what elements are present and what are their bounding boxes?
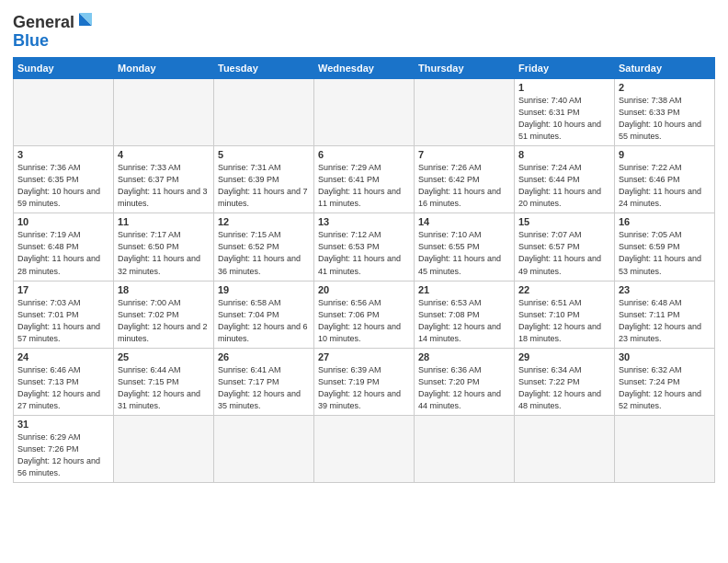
- day-info: Sunrise: 7:22 AM Sunset: 6:46 PM Dayligh…: [619, 162, 711, 210]
- day-info: Sunrise: 7:12 AM Sunset: 6:53 PM Dayligh…: [318, 229, 410, 277]
- day-info: Sunrise: 7:17 AM Sunset: 6:50 PM Dayligh…: [118, 229, 210, 277]
- calendar-cell: 28Sunrise: 6:36 AM Sunset: 7:20 PM Dayli…: [415, 348, 515, 415]
- day-number: 12: [218, 216, 310, 227]
- calendar-cell: [114, 415, 214, 482]
- day-number: 13: [318, 216, 410, 227]
- calendar-cell: 12Sunrise: 7:15 AM Sunset: 6:52 PM Dayli…: [214, 213, 314, 281]
- calendar-cell: 27Sunrise: 6:39 AM Sunset: 7:19 PM Dayli…: [314, 348, 415, 415]
- day-number: 7: [418, 149, 510, 160]
- calendar-table: SundayMondayTuesdayWednesdayThursdayFrid…: [13, 57, 715, 483]
- calendar-cell: 31Sunrise: 6:29 AM Sunset: 7:26 PM Dayli…: [14, 415, 114, 482]
- day-number: 20: [318, 284, 410, 295]
- day-info: Sunrise: 7:00 AM Sunset: 7:02 PM Dayligh…: [118, 297, 210, 345]
- day-info: Sunrise: 6:44 AM Sunset: 7:15 PM Dayligh…: [118, 364, 210, 412]
- calendar-cell: 21Sunrise: 6:53 AM Sunset: 7:08 PM Dayli…: [415, 281, 515, 348]
- calendar-cell: 8Sunrise: 7:24 AM Sunset: 6:44 PM Daylig…: [515, 146, 615, 213]
- day-number: 8: [518, 149, 610, 160]
- calendar-cell: [415, 79, 515, 146]
- calendar-cell: 11Sunrise: 7:17 AM Sunset: 6:50 PM Dayli…: [114, 213, 214, 281]
- calendar-cell: 7Sunrise: 7:26 AM Sunset: 6:42 PM Daylig…: [415, 146, 515, 213]
- day-number: 25: [118, 351, 210, 362]
- calendar-cell: 4Sunrise: 7:33 AM Sunset: 6:37 PM Daylig…: [114, 146, 214, 213]
- calendar-cell: 24Sunrise: 6:46 AM Sunset: 7:13 PM Dayli…: [14, 348, 114, 415]
- calendar-cell: 13Sunrise: 7:12 AM Sunset: 6:53 PM Dayli…: [314, 213, 415, 281]
- calendar-cell: [415, 415, 515, 482]
- generalblue-logo-icon: GeneralBlue: [13, 9, 96, 50]
- day-info: Sunrise: 7:07 AM Sunset: 6:57 PM Dayligh…: [518, 229, 610, 277]
- day-info: Sunrise: 6:56 AM Sunset: 7:06 PM Dayligh…: [318, 297, 410, 345]
- day-info: Sunrise: 6:51 AM Sunset: 7:10 PM Dayligh…: [518, 297, 610, 345]
- calendar-week-row: 10Sunrise: 7:19 AM Sunset: 6:48 PM Dayli…: [14, 213, 715, 281]
- calendar-cell: 17Sunrise: 7:03 AM Sunset: 7:01 PM Dayli…: [14, 281, 114, 348]
- header: GeneralBlue: [13, 9, 715, 50]
- calendar-cell: [615, 415, 715, 482]
- calendar-cell: 5Sunrise: 7:31 AM Sunset: 6:39 PM Daylig…: [214, 146, 314, 213]
- day-info: Sunrise: 6:58 AM Sunset: 7:04 PM Dayligh…: [218, 297, 310, 345]
- day-info: Sunrise: 7:15 AM Sunset: 6:52 PM Dayligh…: [218, 229, 310, 277]
- col-header-sunday: Sunday: [14, 58, 114, 79]
- calendar-cell: 9Sunrise: 7:22 AM Sunset: 6:46 PM Daylig…: [615, 146, 715, 213]
- day-number: 22: [518, 284, 610, 295]
- col-header-saturday: Saturday: [615, 58, 715, 79]
- calendar-week-row: 31Sunrise: 6:29 AM Sunset: 7:26 PM Dayli…: [14, 415, 715, 482]
- col-header-friday: Friday: [515, 58, 615, 79]
- calendar-cell: 15Sunrise: 7:07 AM Sunset: 6:57 PM Dayli…: [515, 213, 615, 281]
- calendar-cell: 10Sunrise: 7:19 AM Sunset: 6:48 PM Dayli…: [14, 213, 114, 281]
- day-info: Sunrise: 7:33 AM Sunset: 6:37 PM Dayligh…: [118, 162, 210, 210]
- day-info: Sunrise: 7:03 AM Sunset: 7:01 PM Dayligh…: [17, 297, 109, 345]
- day-info: Sunrise: 6:34 AM Sunset: 7:22 PM Dayligh…: [518, 364, 610, 412]
- svg-text:Blue: Blue: [13, 31, 49, 50]
- day-info: Sunrise: 7:36 AM Sunset: 6:35 PM Dayligh…: [17, 162, 109, 210]
- calendar-header-row: SundayMondayTuesdayWednesdayThursdayFrid…: [14, 58, 715, 79]
- calendar-cell: 23Sunrise: 6:48 AM Sunset: 7:11 PM Dayli…: [615, 281, 715, 348]
- day-info: Sunrise: 6:41 AM Sunset: 7:17 PM Dayligh…: [218, 364, 310, 412]
- day-info: Sunrise: 6:46 AM Sunset: 7:13 PM Dayligh…: [17, 364, 109, 412]
- day-number: 11: [118, 216, 210, 227]
- day-number: 16: [619, 216, 711, 227]
- page: GeneralBlue SundayMondayTuesdayWednesday…: [0, 0, 728, 563]
- day-info: Sunrise: 7:31 AM Sunset: 6:39 PM Dayligh…: [218, 162, 310, 210]
- calendar-cell: 18Sunrise: 7:00 AM Sunset: 7:02 PM Dayli…: [114, 281, 214, 348]
- day-number: 28: [418, 351, 510, 362]
- day-number: 29: [518, 351, 610, 362]
- day-number: 27: [318, 351, 410, 362]
- logo: GeneralBlue: [13, 9, 96, 50]
- col-header-monday: Monday: [114, 58, 214, 79]
- calendar-cell: 22Sunrise: 6:51 AM Sunset: 7:10 PM Dayli…: [515, 281, 615, 348]
- calendar-cell: 6Sunrise: 7:29 AM Sunset: 6:41 PM Daylig…: [314, 146, 415, 213]
- calendar-cell: 1Sunrise: 7:40 AM Sunset: 6:31 PM Daylig…: [515, 79, 615, 146]
- day-number: 1: [518, 82, 610, 93]
- calendar-cell: 14Sunrise: 7:10 AM Sunset: 6:55 PM Dayli…: [415, 213, 515, 281]
- col-header-thursday: Thursday: [415, 58, 515, 79]
- day-number: 10: [17, 216, 109, 227]
- day-info: Sunrise: 6:32 AM Sunset: 7:24 PM Dayligh…: [619, 364, 711, 412]
- day-number: 24: [17, 351, 109, 362]
- day-number: 2: [619, 82, 711, 93]
- calendar-cell: [314, 415, 415, 482]
- calendar-cell: 3Sunrise: 7:36 AM Sunset: 6:35 PM Daylig…: [14, 146, 114, 213]
- calendar-week-row: 3Sunrise: 7:36 AM Sunset: 6:35 PM Daylig…: [14, 146, 715, 213]
- col-header-wednesday: Wednesday: [314, 58, 415, 79]
- day-number: 23: [619, 284, 711, 295]
- day-number: 4: [118, 149, 210, 160]
- day-info: Sunrise: 6:29 AM Sunset: 7:26 PM Dayligh…: [17, 431, 109, 479]
- calendar-week-row: 17Sunrise: 7:03 AM Sunset: 7:01 PM Dayli…: [14, 281, 715, 348]
- day-info: Sunrise: 7:38 AM Sunset: 6:33 PM Dayligh…: [619, 95, 711, 143]
- day-number: 31: [17, 419, 109, 430]
- day-number: 19: [218, 284, 310, 295]
- day-info: Sunrise: 6:39 AM Sunset: 7:19 PM Dayligh…: [318, 364, 410, 412]
- day-info: Sunrise: 7:40 AM Sunset: 6:31 PM Dayligh…: [518, 95, 610, 143]
- day-info: Sunrise: 7:05 AM Sunset: 6:59 PM Dayligh…: [619, 229, 711, 277]
- calendar-cell: 20Sunrise: 6:56 AM Sunset: 7:06 PM Dayli…: [314, 281, 415, 348]
- day-number: 18: [118, 284, 210, 295]
- calendar-cell: [515, 415, 615, 482]
- calendar-cell: 2Sunrise: 7:38 AM Sunset: 6:33 PM Daylig…: [615, 79, 715, 146]
- day-number: 15: [518, 216, 610, 227]
- day-number: 5: [218, 149, 310, 160]
- day-info: Sunrise: 7:26 AM Sunset: 6:42 PM Dayligh…: [418, 162, 510, 210]
- day-info: Sunrise: 6:48 AM Sunset: 7:11 PM Dayligh…: [619, 297, 711, 345]
- calendar-cell: [114, 79, 214, 146]
- day-info: Sunrise: 7:19 AM Sunset: 6:48 PM Dayligh…: [17, 229, 109, 277]
- calendar-cell: [314, 79, 415, 146]
- calendar-cell: [214, 415, 314, 482]
